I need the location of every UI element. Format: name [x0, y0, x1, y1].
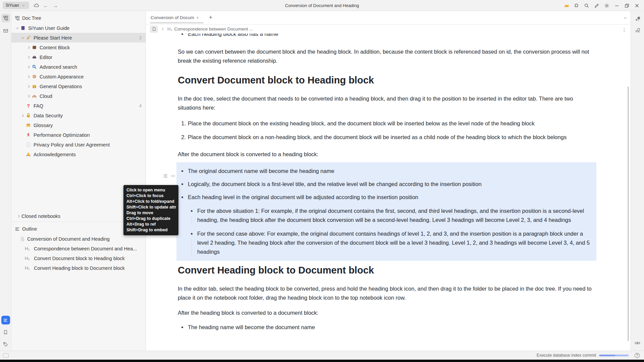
outline-item-h2[interactable]: H₂ Correspondence between Document and H… — [11, 244, 146, 253]
chevron-right-icon[interactable] — [26, 55, 32, 60]
left-dock — [0, 11, 11, 351]
nested-bullet-list: For the above situation 1: For example, … — [178, 206, 593, 256]
tooltip-line: Ctrl+Drag to duplicate — [126, 216, 175, 222]
tag-dock-button[interactable] — [0, 339, 11, 349]
doc-tree-item-please-start-here[interactable]: Please Start Here 2 — [11, 33, 146, 43]
doc-tree-item-label: Data Security — [34, 113, 146, 118]
paragraph: After the document block is converted to… — [178, 150, 594, 159]
doc-tree-item-data-security[interactable]: Data Security — [11, 111, 146, 120]
doc-tree-item-acknowledgements[interactable]: Acknowledgements — [11, 149, 146, 159]
list-block-gutter-icon[interactable] — [163, 173, 168, 179]
doc-tree-item-label: Acknowledgements — [34, 152, 146, 157]
new-tab-button[interactable]: + — [206, 13, 216, 23]
h2-badge: H₂ — [25, 256, 32, 261]
plugin-puzzle-icon[interactable] — [572, 0, 582, 11]
inbox-dock-button[interactable] — [0, 26, 11, 36]
doc-tree-item-performance-optimization[interactable]: Performance Optimization — [11, 130, 146, 140]
link-icon — [633, 339, 642, 347]
edit-pencil-icon[interactable] — [592, 0, 602, 11]
breadcrumb-more-icon[interactable]: ⋮ — [622, 27, 627, 33]
doc-tree-panel-header: Doc Tree — [11, 13, 146, 23]
doc-tree-item-label: Advanced search — [40, 64, 146, 70]
doc-count-badge: 2 — [139, 36, 142, 40]
chevron-down-icon[interactable] — [20, 35, 25, 41]
doc-tree-item-label: FAQ — [34, 103, 137, 109]
chevron-placeholder — [20, 152, 25, 157]
doc-tree-item-general-operations[interactable]: General Operations — [11, 81, 146, 91]
magnifier-icon — [32, 64, 37, 70]
search-icon[interactable] — [582, 0, 592, 11]
forward-button[interactable]: → — [51, 3, 60, 8]
chevron-right-icon[interactable] — [16, 214, 21, 219]
graph-dock-button[interactable] — [631, 14, 644, 24]
chevron-right-icon[interactable] — [26, 84, 32, 89]
doc-tree-item-privacy-policy[interactable]: Privacy Policy and User Agreement — [11, 140, 146, 149]
doc-tree-item-glossary[interactable]: Glossary — [11, 120, 146, 130]
tab-close-icon[interactable]: × — [196, 15, 199, 20]
bookmark-dock-button[interactable] — [0, 327, 11, 337]
breadcrumb-crumb[interactable]: Correspondence between Document ... — [174, 26, 253, 32]
bookmark-icon — [1, 328, 10, 337]
selected-list-block[interactable]: The original document name will become t… — [176, 162, 596, 261]
notebook-icon — [20, 25, 26, 31]
outline-item-h2[interactable]: H₂ Convert Document block to Heading blo… — [11, 253, 146, 263]
chevron-right-icon[interactable] — [20, 113, 25, 118]
rainbow-icon — [32, 93, 37, 99]
gutter-tooltip: Click to open menu Ctrl+Click to focus A… — [123, 185, 178, 235]
breadcrumb-doc-button[interactable] — [150, 25, 158, 33]
chevron-right-icon[interactable] — [26, 64, 32, 70]
doc-tree-item-faq[interactable]: ? FAQ 4 — [11, 101, 146, 111]
doc-tree-item-cloud[interactable]: Cloud — [11, 91, 146, 101]
chevron-placeholder — [20, 123, 25, 128]
bullet-list: The original document name will become t… — [178, 167, 593, 256]
app-menu-button[interactable]: SiYuan — [3, 2, 29, 9]
rocket-icon — [25, 132, 31, 138]
app-menu-label: SiYuan — [6, 3, 19, 8]
doc-tree-item-content-block[interactable]: Content Block — [11, 43, 146, 52]
doc-tree-item-editor[interactable]: Editor — [11, 52, 146, 62]
doc-tree-icon — [15, 16, 20, 21]
global-graph-icon — [633, 26, 642, 35]
list-item-gutter-icon[interactable] — [170, 173, 176, 179]
chevron-down-icon — [21, 3, 26, 8]
back-button[interactable]: ← — [41, 3, 51, 8]
help-icon[interactable]: ? — [635, 353, 640, 358]
right-dock — [631, 11, 644, 351]
chevron-right-icon[interactable] — [26, 94, 32, 99]
vip-crown-icon[interactable] — [561, 0, 572, 11]
backlinks-dock-button[interactable] — [631, 338, 644, 348]
folded-hands-icon — [25, 152, 31, 157]
chevron-placeholder — [20, 142, 25, 147]
outline-icon — [1, 316, 10, 324]
chevron-right-icon[interactable] — [26, 45, 32, 50]
doc-tree-dock-button[interactable] — [0, 13, 11, 23]
outline-item-doc[interactable]: Conversion of Document and Heading — [11, 234, 146, 244]
tab-conversion-of-document[interactable]: Conversion of Document and Heading × — [149, 11, 206, 24]
outline-dock-button[interactable] — [0, 315, 11, 325]
paragraph: After the heading block is converted to … — [178, 308, 594, 317]
workspace-icon[interactable] — [3, 353, 9, 358]
outline-item-label: Convert Document block to Heading block — [34, 256, 125, 261]
doc-tree-item-advanced-search[interactable]: Advanced search — [11, 62, 146, 72]
theme-sun-icon[interactable] — [602, 0, 612, 11]
hidden-taskbar-strip — [0, 360, 644, 362]
doc-tree-item-custom-appearance[interactable]: Custom Appearance — [11, 72, 146, 81]
doc-tree-item-label: Performance Optimization — [34, 132, 146, 138]
status-message-group: Execute database index commit — [537, 353, 629, 358]
cloud-sync-icon[interactable] — [32, 2, 41, 9]
chevron-right-icon[interactable] — [26, 74, 32, 79]
editor-scrollbar-thumb[interactable] — [628, 86, 629, 341]
chevron-down-icon[interactable] — [15, 25, 20, 31]
window-minimize-button[interactable] — [612, 0, 622, 11]
notebook-row[interactable]: SiYuan User Guide — [11, 23, 146, 33]
ordered-item-text: Place the document block on a non-headin… — [188, 134, 567, 140]
document-content: Each heading block also has a name So we… — [146, 34, 631, 351]
palette-icon — [32, 74, 37, 79]
doc-tree-item-label: Custom Appearance — [40, 74, 146, 79]
global-graph-dock-button[interactable] — [631, 25, 644, 35]
window-restore-button[interactable] — [622, 0, 632, 11]
outline-item-h2[interactable]: H₂ Convert Heading block to Document blo… — [11, 263, 146, 273]
window-close-button[interactable] — [632, 0, 642, 11]
list-item: The heading name will become the documen… — [178, 323, 594, 332]
tab-menu-chevron-down-icon[interactable] — [623, 15, 628, 20]
